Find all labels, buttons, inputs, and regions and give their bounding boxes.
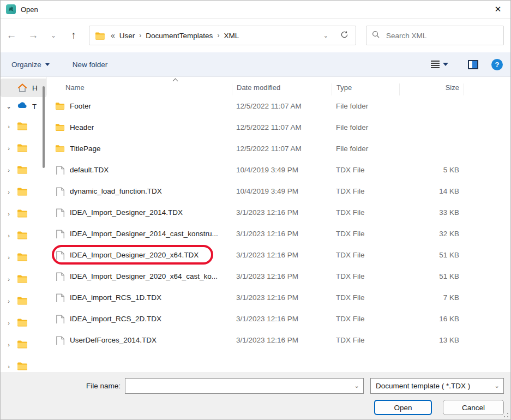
- folder-icon: [17, 362, 28, 371]
- chevron-right-icon[interactable]: ›: [1, 320, 17, 326]
- date-modified-cell: 3/1/2023 12:16 PM: [232, 293, 332, 302]
- organize-button[interactable]: Organize: [11, 61, 50, 69]
- folder-icon: [17, 296, 28, 306]
- chevron-right-icon[interactable]: ›: [1, 298, 17, 304]
- file-name-combobox[interactable]: ⌄: [125, 378, 364, 394]
- table-row[interactable]: IDEA_import_RCS_1D.TDX 3/1/2023 12:16 PM…: [46, 287, 510, 308]
- file-name-cell[interactable]: UserDefForces_2014.TDX: [46, 336, 232, 345]
- file-icon: [55, 187, 65, 196]
- search-input[interactable]: [385, 31, 498, 40]
- table-row[interactable]: Header 12/5/2022 11:07 AM File folder: [46, 117, 510, 138]
- file-name-cell[interactable]: IDEA_Import_Designer_2020_x64_cast_ko...: [46, 272, 232, 281]
- sidebar-folder-item[interactable]: ›: [1, 181, 46, 203]
- table-row[interactable]: TitlePage 12/5/2022 11:07 AM File folder: [46, 138, 510, 159]
- file-name-cell[interactable]: default.TDX: [46, 166, 232, 175]
- column-header-size[interactable]: Size: [400, 83, 464, 95]
- type-cell: TDX File: [332, 293, 399, 302]
- chevron-right-icon[interactable]: ›: [1, 145, 17, 152]
- open-button[interactable]: Open: [374, 400, 432, 415]
- file-icon: [55, 272, 65, 281]
- breadcrumb-documenttemplates[interactable]: DocumentTemplates: [146, 32, 213, 40]
- sidebar-folder-item[interactable]: ›: [1, 247, 46, 268]
- table-row[interactable]: IDEA_Import_Designer_2014_cast_konstru..…: [46, 223, 510, 244]
- sidebar-folder-item[interactable]: ›: [1, 159, 46, 181]
- help-icon[interactable]: ?: [491, 59, 503, 70]
- resize-grip[interactable]: [503, 412, 509, 418]
- chevron-down-icon[interactable]: ⌄: [490, 382, 503, 389]
- sidebar-item-onedrive[interactable]: ⌄ T: [1, 97, 46, 116]
- refresh-icon[interactable]: [336, 31, 352, 41]
- size-cell: 33 KB: [399, 208, 464, 217]
- chevron-right-icon[interactable]: ›: [1, 254, 17, 261]
- sidebar-folder-item[interactable]: ›: [1, 203, 46, 225]
- type-cell: TDX File: [332, 315, 399, 323]
- table-row[interactable]: IDEA_import_RCS_2D.TDX 3/1/2023 12:16 PM…: [46, 308, 510, 329]
- column-header-name[interactable]: Name: [47, 83, 232, 95]
- file-name-text: IDEA_Import_Designer_2020_x64_cast_ko...: [70, 272, 218, 280]
- sidebar-folder-item[interactable]: ›: [1, 116, 46, 137]
- chevron-down-icon[interactable]: ⌄: [1, 103, 17, 110]
- up-icon[interactable]: ↑: [63, 29, 85, 41]
- table-row[interactable]: IDEA_Import_Designer_2020_x64.TDX 3/1/20…: [46, 244, 510, 266]
- breadcrumb-user[interactable]: User: [119, 32, 135, 40]
- table-row[interactable]: dynamic_load_function.TDX 10/4/2019 3:49…: [46, 181, 510, 202]
- file-name-cell[interactable]: Footer: [46, 102, 232, 111]
- sidebar-scrollbar[interactable]: [43, 86, 45, 168]
- column-header-type[interactable]: Type: [332, 83, 400, 95]
- back-icon[interactable]: ←: [1, 29, 22, 41]
- breadcrumb-xml[interactable]: XML: [224, 32, 239, 40]
- file-name-cell[interactable]: dynamic_load_function.TDX: [46, 187, 232, 196]
- cancel-button[interactable]: Cancel: [443, 400, 504, 415]
- dialog-footer: File name: ⌄ Document template ( *.TDX )…: [1, 373, 510, 419]
- chevron-right-icon[interactable]: ›: [1, 211, 17, 217]
- sidebar-folder-item[interactable]: ›: [1, 137, 46, 159]
- file-name-cell[interactable]: Header: [46, 123, 232, 132]
- file-name-text: Header: [70, 123, 94, 131]
- new-folder-button[interactable]: New folder: [73, 61, 108, 69]
- chevron-down-icon[interactable]: ⌄: [350, 382, 363, 389]
- sidebar-folder-item[interactable]: ›: [1, 290, 46, 312]
- change-view-button[interactable]: [431, 61, 453, 68]
- address-dropdown-icon[interactable]: ⌄: [316, 32, 336, 39]
- recent-locations-icon[interactable]: ⌄: [44, 32, 63, 39]
- chevron-right-icon[interactable]: ›: [1, 363, 17, 370]
- date-modified-cell: 3/1/2023 12:16 PM: [232, 208, 332, 217]
- close-icon[interactable]: ✕: [485, 1, 510, 18]
- table-row[interactable]: IDEA_Import_Designer_2014.TDX 3/1/2023 1…: [46, 202, 510, 223]
- column-header-date-modified[interactable]: Date modified: [232, 83, 332, 95]
- table-row[interactable]: IDEA_Import_Designer_2020_x64_cast_ko...…: [46, 266, 510, 287]
- file-name-cell[interactable]: IDEA_import_RCS_1D.TDX: [46, 293, 232, 302]
- chevron-right-icon[interactable]: ›: [1, 189, 17, 195]
- sidebar-folder-item[interactable]: ›: [1, 312, 46, 334]
- address-bar[interactable]: « User › DocumentTemplates › XML ⌄: [89, 26, 356, 45]
- forward-icon[interactable]: →: [22, 29, 44, 41]
- chevron-right-icon[interactable]: ›: [1, 341, 17, 348]
- chevron-right-icon[interactable]: ›: [1, 167, 17, 173]
- file-name-cell[interactable]: TitlePage: [46, 145, 232, 153]
- file-name-cell[interactable]: IDEA_import_RCS_2D.TDX: [46, 315, 232, 323]
- chevron-right-icon[interactable]: ›: [1, 123, 17, 130]
- sidebar-folder-item[interactable]: ›: [1, 225, 46, 247]
- sidebar-folder-item[interactable]: ›: [1, 334, 46, 356]
- table-row[interactable]: Footer 12/5/2022 11:07 AM File folder: [46, 95, 510, 117]
- table-row[interactable]: default.TDX 10/4/2019 3:49 PM TDX File 5…: [46, 159, 510, 181]
- sidebar-folder-item[interactable]: ›: [1, 268, 46, 290]
- breadcrumb-separator-icon[interactable]: ›: [213, 32, 224, 39]
- home-icon: [17, 83, 28, 93]
- new-folder-label: New folder: [73, 61, 108, 69]
- sidebar-folder-item[interactable]: ›: [1, 356, 46, 373]
- table-row[interactable]: UserDefForces_2014.TDX 3/1/2023 12:16 PM…: [46, 329, 510, 351]
- file-name-cell[interactable]: IDEA_Import_Designer_2014.TDX: [46, 208, 232, 217]
- file-name-cell[interactable]: IDEA_Import_Designer_2020_x64.TDX: [46, 251, 232, 260]
- breadcrumb-separator-icon[interactable]: ›: [135, 32, 146, 39]
- chevron-right-icon[interactable]: ›: [1, 276, 17, 283]
- file-name-input[interactable]: [125, 379, 350, 393]
- breadcrumb-overflow[interactable]: «: [107, 31, 119, 40]
- sidebar-item-home[interactable]: H: [1, 79, 46, 97]
- preview-pane-icon[interactable]: [468, 60, 478, 69]
- file-name-cell[interactable]: IDEA_Import_Designer_2014_cast_konstru..…: [46, 230, 232, 238]
- file-type-select[interactable]: Document template ( *.TDX ) ⌄: [370, 378, 504, 394]
- search-box[interactable]: [366, 26, 504, 45]
- chevron-right-icon[interactable]: ›: [1, 232, 17, 239]
- size-cell: 16 KB: [399, 315, 464, 323]
